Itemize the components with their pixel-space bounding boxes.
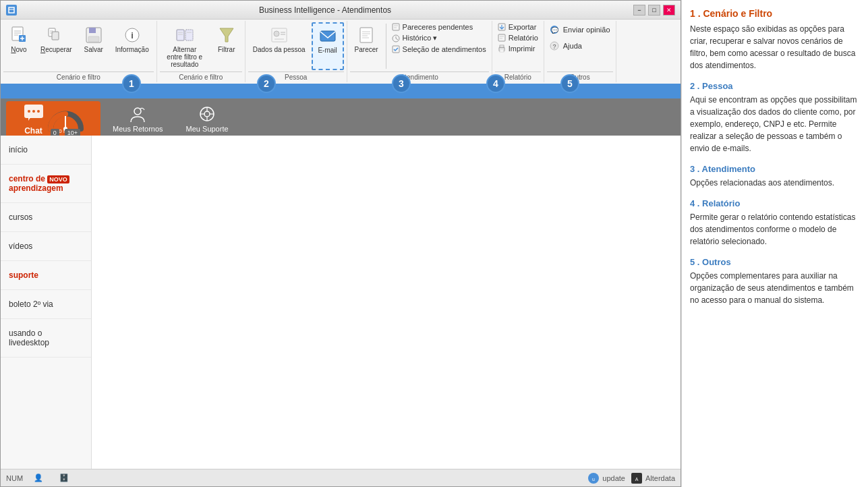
sidebar-item-livedesktop[interactable]: usando o livedesktop	[1, 319, 91, 357]
parecer-button[interactable]: Parecer	[350, 22, 383, 70]
sidebar-item-boleto[interactable]: boleto 2º via	[1, 290, 91, 319]
window-title: Business Intelligence - Atendimentos	[17, 5, 633, 15]
svg-rect-49	[500, 50, 504, 52]
svg-point-57	[37, 110, 40, 113]
svg-rect-15	[88, 36, 99, 42]
section5-heading: 5 . Outros	[690, 257, 860, 267]
atendimento-label: Atendimento	[350, 71, 489, 81]
bubble-2: 2	[257, 74, 276, 93]
sidebar-item-suporte[interactable]: suporte	[1, 261, 91, 290]
chat-tab-label: Chat	[24, 126, 42, 136]
bubble-4: 4	[486, 74, 505, 93]
svg-rect-18	[177, 30, 184, 40]
bubble-1: 1	[122, 74, 141, 93]
sidebar-item-aprendizagem[interactable]: centro de NOVO aprendizagem	[1, 165, 91, 203]
svg-line-40	[396, 38, 398, 40]
informacao-button[interactable]: i Informação	[111, 22, 154, 70]
sidebar-item-inicio[interactable]: início	[1, 136, 91, 165]
informacao-icon: i	[121, 24, 143, 46]
svg-rect-44	[498, 34, 505, 41]
alterdata-logo: A Alterdata	[631, 472, 675, 484]
svg-rect-30	[360, 28, 372, 42]
svg-rect-35	[393, 24, 399, 30]
right-panel: 1 . Cenário e Filtro Neste espaço são ex…	[681, 0, 868, 487]
ribbon-group-atendimento: Parecer Pareceres pendentes Histórico ▾	[347, 21, 492, 82]
section4-heading: 4 . Relatório	[690, 198, 860, 208]
salvar-icon	[83, 24, 105, 46]
section1-text: Neste espaço são exibidas as opções para…	[690, 23, 860, 71]
sidebar-item-videos[interactable]: vídeos	[1, 232, 91, 261]
close-button[interactable]: ✕	[663, 5, 675, 16]
svg-text:u: u	[592, 477, 595, 482]
svg-text:?: ?	[552, 43, 556, 50]
restore-button[interactable]: □	[648, 5, 660, 16]
atendimento-col: Pareceres pendentes Histórico ▾ Seleção …	[389, 22, 489, 70]
main-panel	[92, 136, 681, 469]
ribbon-group-atendimento-items: Parecer Pareceres pendentes Histórico ▾	[350, 22, 489, 70]
filtrar-icon	[216, 24, 237, 46]
ajuda-button[interactable]: ? Ajuda	[547, 38, 613, 53]
svg-text:A: A	[635, 477, 639, 482]
parecer-label: Parecer	[355, 46, 378, 53]
section2-text: Aqui se encontram as opções que possibil…	[690, 94, 860, 154]
filtrar-button[interactable]: Filtrar	[211, 22, 242, 70]
svg-text:i: i	[131, 30, 134, 40]
new-badge: NOVO	[47, 175, 69, 183]
suporte-nav-label: Meu Suporte	[186, 125, 229, 133]
relatorio-small-button[interactable]: Relatório	[495, 33, 541, 42]
novo-button[interactable]: Novo	[3, 22, 34, 70]
ribbon-groups: Novo Recuperar	[1, 20, 681, 84]
exportar-button[interactable]: Exportar	[495, 22, 541, 32]
svg-rect-14	[89, 28, 96, 33]
tab-chat[interactable]: Chat 0 min 0 10+	[6, 101, 100, 136]
parecer-icon	[355, 24, 377, 46]
enviar-button[interactable]: 💬 Enviar opinião	[547, 22, 613, 37]
section2-heading: 2 . Pessoa	[690, 81, 860, 91]
ribbon-group-outros-items: 💬 Enviar opinião ? Ajuda	[547, 22, 613, 70]
ajuda-label: Ajuda	[563, 42, 582, 50]
email-button[interactable]: E-mail	[312, 22, 344, 70]
sidebar-item-cursos[interactable]: cursos	[1, 203, 91, 232]
alternar-button[interactable]: Alternar entre filtro e resultado	[160, 22, 210, 70]
novo-label: Novo	[11, 46, 26, 53]
sidebar: início centro de NOVO aprendizagem curso…	[1, 136, 92, 469]
salvar-button[interactable]: Salvar	[78, 22, 109, 70]
content-area: início centro de NOVO aprendizagem curso…	[1, 136, 681, 469]
email-label: E-mail	[318, 47, 337, 54]
email-icon	[317, 25, 339, 47]
informacao-label: Informação	[115, 46, 149, 53]
ribbon-group-relatorio: Exportar Relatório Imprimir Relatório	[492, 21, 544, 82]
pareceres-button[interactable]: Pareceres pendentes	[389, 22, 489, 32]
svg-marker-23	[220, 28, 233, 42]
tab-suporte[interactable]: Meu Suporte	[175, 101, 239, 136]
gauge-wrapper: 0 min 0 10+	[47, 101, 84, 137]
historico-button[interactable]: Histórico ▾	[389, 33, 489, 43]
recuperar-button[interactable]: Recuperar	[36, 22, 77, 70]
status-bar-right: u update A Alterdata	[587, 472, 675, 484]
chat-icon-wrapper	[23, 102, 45, 125]
title-bar: Business Intelligence - Atendimentos − □…	[1, 1, 681, 20]
exportar-label: Exportar	[509, 23, 537, 31]
selecao-button[interactable]: Seleção de atendimentos	[389, 45, 489, 54]
recuperar-label: Recuperar	[40, 46, 72, 53]
relatorio-col: Exportar Relatório Imprimir	[495, 22, 541, 70]
dados-label: Dados da pessoa	[253, 46, 306, 53]
tab-retornos[interactable]: Meus Retornos	[102, 101, 174, 136]
window-controls: − □ ✕	[633, 5, 675, 16]
status-bar: NUM 👤 🗄️ u update A Alterdata	[1, 469, 681, 486]
app-icon	[6, 5, 17, 16]
dados-button[interactable]: Dados da pessoa	[248, 22, 310, 70]
ribbon-group-pessoa: Dados da pessoa E-mail Pessoa	[245, 21, 347, 82]
imprimir-button[interactable]: Imprimir	[495, 44, 541, 53]
alternar-label: Alternar entre filtro e resultado	[165, 46, 205, 68]
minimize-button[interactable]: −	[633, 5, 645, 16]
pareceres-label: Pareceres pendentes	[403, 23, 473, 31]
ribbon-group-cenario-items: Novo Recuperar	[3, 22, 154, 70]
nav-tabs: Chat 0 min 0 10+	[1, 98, 681, 136]
historico-label: Histórico ▾	[403, 34, 438, 42]
section3-text: Opções relacionadas aos atendimentos.	[690, 177, 860, 189]
ribbon-group-filtro: Alternar entre filtro e resultado Filtra…	[157, 21, 245, 82]
bubble-3: 3	[392, 74, 411, 93]
svg-point-55	[28, 110, 30, 113]
svg-point-62	[134, 108, 141, 115]
